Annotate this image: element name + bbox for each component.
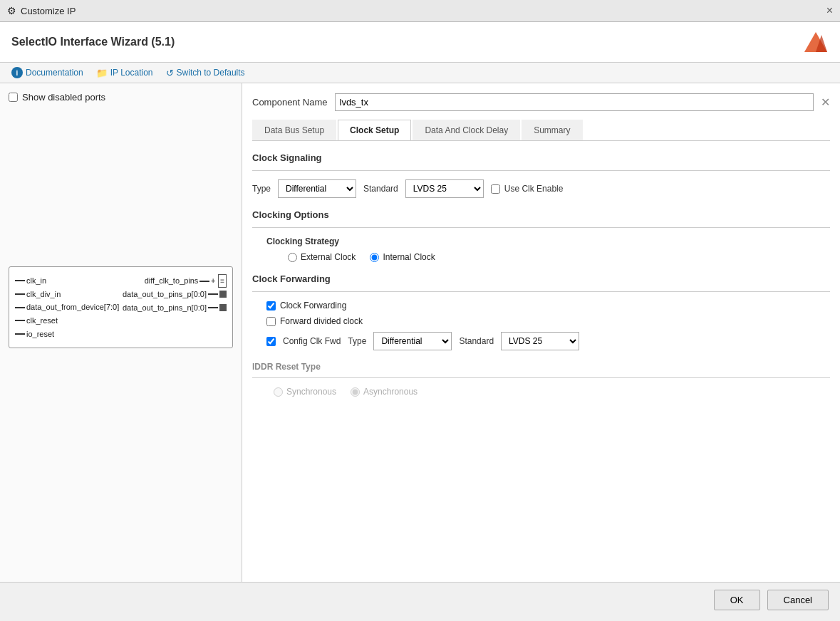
type-label: Type (252, 184, 271, 194)
pin-clk-div-in: clk_div_in (15, 288, 119, 301)
forward-divided-checkbox-block: Forward divided clock (266, 316, 830, 326)
switch-defaults-label: Switch to Defaults (177, 68, 245, 78)
folder-icon: 📁 (96, 68, 108, 78)
forward-divided-label: Forward divided clock (280, 316, 363, 326)
cancel-button[interactable]: Cancel (767, 590, 829, 610)
left-panel: Show disabled ports clk_in clk_div_in (0, 83, 242, 582)
synchronous-label: Synchronous (286, 387, 336, 397)
documentation-button[interactable]: i Documentation (11, 67, 83, 78)
synchronous-radio[interactable] (274, 387, 283, 397)
config-clk-fwd-type-select[interactable]: Differential Single Ended (373, 332, 452, 350)
clear-component-name-button[interactable]: ✕ (821, 95, 830, 109)
use-clk-enable-label: Use Clk Enable (504, 184, 564, 194)
pin-clk-reset: clk_reset (15, 314, 119, 328)
info-icon: i (11, 67, 23, 78)
clocking-strategy-group: External Clock Internal Clock (288, 252, 830, 262)
app-title: SelectIO Interface Wizard (5.1) (11, 36, 175, 48)
internal-clock-label: Internal Clock (383, 252, 435, 262)
tab-summary[interactable]: Summary (522, 120, 582, 140)
external-clock-label: External Clock (301, 252, 356, 262)
component-diagram: clk_in clk_div_in data_out_from_device[7… (9, 266, 233, 348)
config-clk-fwd-row: Config Clk Fwd Type Differential Single … (266, 332, 830, 350)
tab-data-and-clock-delay[interactable]: Data And Clock Delay (413, 120, 520, 140)
internal-clock-radio[interactable] (370, 253, 379, 262)
main-area: Show disabled ports clk_in clk_div_in (0, 83, 840, 582)
tab-clock-setup[interactable]: Clock Setup (338, 120, 411, 140)
clock-forwarding-section: Clock Forwarding Clock Forwarding Forwar… (252, 273, 830, 350)
logo-icon (803, 29, 829, 55)
clock-forwarding-checkbox[interactable] (266, 301, 276, 310)
clock-signaling-section: Clock Signaling Type Differential Single… (252, 152, 830, 198)
show-disabled-row: Show disabled ports (9, 92, 233, 103)
asynchronous-radio[interactable] (351, 387, 360, 397)
component-name-input[interactable] (335, 93, 814, 111)
refresh-icon: ↺ (166, 68, 174, 78)
window-title: Customize IP (21, 6, 76, 16)
diagram-left-pins: clk_in clk_div_in data_out_from_device[7… (15, 274, 119, 340)
ip-location-label: IP Location (110, 68, 153, 78)
show-disabled-label: Show disabled ports (22, 92, 105, 103)
title-bar: ⚙ Customize IP × (0, 0, 840, 22)
external-clock-radio-row: External Clock (288, 252, 356, 262)
pin-io-reset: io_reset (15, 328, 119, 341)
standard-label: Standard (363, 184, 398, 194)
switch-defaults-button[interactable]: ↺ Switch to Defaults (166, 68, 245, 78)
iddr-reset-title: IDDR Reset Type (252, 362, 830, 372)
clocking-options-title: Clocking Options (252, 209, 830, 220)
asynchronous-label: Asynchronous (363, 387, 418, 397)
external-clock-radio[interactable] (288, 253, 297, 262)
tab-data-bus-setup[interactable]: Data Bus Setup (252, 120, 336, 140)
clocking-options-section: Clocking Options Clocking Strategy Exter… (252, 209, 830, 262)
clock-forwarding-checkbox-block: Clock Forwarding (266, 301, 830, 310)
forward-divided-checkbox[interactable] (266, 317, 276, 326)
clock-forwarding-title: Clock Forwarding (252, 273, 830, 284)
app-icon: ⚙ (7, 5, 16, 16)
use-clk-enable-checkbox[interactable] (491, 184, 500, 194)
bottom-bar: OK Cancel (0, 582, 840, 617)
diagram-right-pins: diff_clk_to_pins + ≡ data_out_to_pins_p[… (123, 274, 227, 340)
clock-signaling-title: Clock Signaling (252, 152, 830, 163)
toolbar: i Documentation 📁 IP Location ↺ Switch t… (0, 63, 840, 83)
config-clk-fwd-standard-select[interactable]: LVDS 25 LVDS (501, 332, 579, 350)
config-clk-fwd-standard-label: Standard (459, 336, 494, 346)
asynchronous-radio-row: Asynchronous (351, 387, 418, 397)
component-name-label: Component Name (252, 97, 328, 108)
close-button[interactable]: × (826, 4, 833, 17)
use-clk-enable-row: Use Clk Enable (491, 184, 564, 194)
right-panel: Component Name ✕ Data Bus Setup Clock Se… (242, 83, 840, 582)
internal-clock-radio-row: Internal Clock (370, 252, 435, 262)
ip-location-button[interactable]: 📁 IP Location (96, 68, 153, 78)
tabs: Data Bus Setup Clock Setup Data And Cloc… (252, 120, 830, 141)
ok-button[interactable]: OK (714, 590, 760, 610)
clock-signaling-form-row: Type Differential Single Ended Standard … (252, 179, 830, 198)
documentation-label: Documentation (26, 68, 83, 78)
pin-data-out-to-pins-p: data_out_to_pins_p[0:0] (123, 288, 227, 301)
iddr-reset-section: IDDR Reset Type Synchronous Asynchronous (252, 362, 830, 397)
pin-diff-clk-to-pins: diff_clk_to_pins + ≡ (145, 274, 227, 288)
pin-data-out-from-device: data_out_from_device[7:0] (15, 301, 119, 314)
iddr-radio-group: Synchronous Asynchronous (274, 387, 830, 397)
config-clk-fwd-label: Config Clk Fwd (283, 336, 341, 346)
app-header: SelectIO Interface Wizard (5.1) (0, 22, 840, 63)
type-select[interactable]: Differential Single Ended (278, 179, 356, 198)
config-clk-fwd-type-label: Type (348, 336, 366, 346)
synchronous-radio-row: Synchronous (274, 387, 336, 397)
config-clk-fwd-checkbox[interactable] (266, 337, 276, 346)
pin-data-out-to-pins-n: data_out_to_pins_n[0:0] (123, 301, 227, 315)
standard-select[interactable]: LVDS 25 LVDS (405, 179, 484, 198)
pin-clk-in: clk_in (15, 274, 119, 288)
clock-forwarding-label: Clock Forwarding (280, 301, 346, 310)
component-name-row: Component Name ✕ (252, 93, 830, 111)
clocking-strategy-title: Clocking Strategy (266, 236, 830, 246)
show-disabled-checkbox[interactable] (9, 93, 18, 102)
